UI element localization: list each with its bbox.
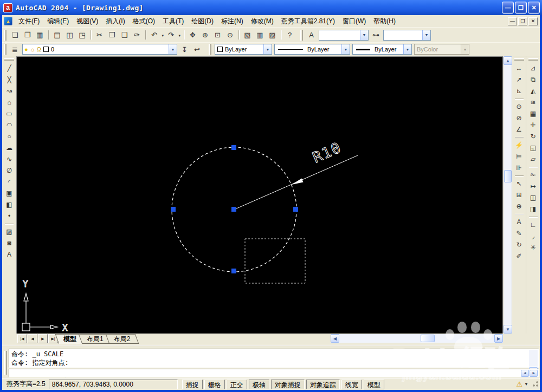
text-style-combo[interactable]: ▼ [319, 30, 369, 41]
mdi-close-button[interactable]: ✕ [528, 17, 538, 25]
menu-help[interactable]: 帮助(H) [370, 16, 399, 27]
scroll-left-icon[interactable]: ◀ [331, 334, 339, 343]
tab-layout1[interactable]: 布局1 [80, 334, 110, 344]
print-icon[interactable]: ▤ [51, 29, 63, 41]
menu-modify[interactable]: 修改(M) [247, 16, 278, 27]
new-file-icon[interactable]: ❏ [9, 29, 21, 41]
color-combo[interactable]: ByLayer ▼ [215, 44, 272, 55]
dimension-style-icon[interactable]: ✐ [513, 250, 525, 262]
canvas-vertical-scrollbar[interactable]: ▲ ▼ [503, 56, 512, 334]
continue-dimension-icon[interactable]: ⊪ [513, 162, 525, 173]
command-window-grip[interactable] [4, 351, 7, 375]
mirror-icon[interactable]: ◭ [527, 85, 539, 96]
ellipse-icon[interactable]: ∅ [3, 165, 15, 176]
array-icon[interactable]: ▦ [527, 108, 539, 119]
stretch-icon[interactable]: ▱ [527, 153, 539, 165]
toggle-lineweight[interactable]: 线宽 [341, 380, 362, 389]
polygon-icon[interactable]: ⌂ [3, 96, 15, 108]
center-mark-icon[interactable]: ⊕ [513, 200, 525, 212]
toolbar-grip[interactable] [4, 30, 7, 41]
offset-icon[interactable]: ≋ [527, 96, 539, 108]
tab-layout2[interactable]: 布局2 [107, 334, 137, 344]
text-style-icon[interactable]: A [305, 29, 318, 41]
radius-dimension-icon[interactable]: ⊙ [513, 101, 525, 112]
break-icon[interactable]: ◨ [527, 203, 539, 214]
scroll-up-icon[interactable]: ▲ [504, 56, 512, 65]
circle-icon[interactable]: ○ [3, 130, 15, 142]
erase-icon[interactable]: ⊿ [527, 62, 539, 74]
toolbar-grip[interactable] [300, 30, 303, 41]
menu-edit[interactable]: 编辑(E) [43, 16, 73, 27]
coordinates-readout[interactable]: 864.9657, 703.9463, 0.0000 [49, 380, 178, 389]
dim-style-combo[interactable]: ▼ [383, 30, 431, 41]
toolbar-grip[interactable] [209, 44, 211, 55]
menu-tools[interactable]: 工具(T) [159, 16, 188, 27]
vertical-scroll-thumb[interactable] [504, 170, 512, 182]
horizontal-scroll-thumb[interactable] [421, 335, 435, 342]
mdi-minimize-button[interactable]: — [508, 17, 517, 25]
chamfer-icon[interactable]: ∟ [527, 219, 539, 230]
grip-top-quadrant[interactable] [231, 145, 236, 150]
menu-dimension[interactable]: 标注(N) [217, 16, 247, 27]
chevron-down-icon[interactable]: ▼ [341, 44, 350, 54]
grip-bottom-quadrant[interactable] [231, 269, 236, 273]
canvas-horizontal-scrollbar[interactable]: ◀ ▶ [331, 334, 503, 343]
toggle-snap[interactable]: 捕捉 [182, 380, 203, 389]
properties-icon[interactable]: ▧ [241, 29, 254, 41]
layer-previous-icon[interactable]: ↩ [191, 43, 203, 56]
chevron-down-icon[interactable]: ▼ [403, 44, 411, 54]
paste-icon[interactable]: ❑ [118, 29, 131, 41]
layer-on-bulb-icon[interactable]: ● [24, 46, 28, 53]
toolbar-grip[interactable] [514, 58, 524, 61]
line-icon[interactable]: ╱ [3, 62, 15, 74]
move-icon[interactable]: ✛ [527, 119, 539, 130]
extend-icon[interactable]: ↦ [527, 180, 539, 192]
restore-button[interactable]: ❐ [515, 2, 527, 14]
linear-dimension-icon[interactable]: ↔ [513, 62, 525, 74]
zoom-previous-icon[interactable]: ⊙ [224, 29, 236, 41]
ordinate-dimension-icon[interactable]: ⊾ [513, 85, 525, 96]
layer-freeze-icon[interactable]: ☼ [30, 46, 35, 53]
dimension-text-edit-icon[interactable]: ✎ [513, 227, 525, 239]
break-at-point-icon[interactable]: ◫ [527, 192, 539, 203]
menu-window[interactable]: 窗口(W) [339, 16, 370, 27]
construction-line-icon[interactable]: ╳ [3, 74, 15, 85]
redo-icon[interactable]: ↷ [165, 29, 177, 41]
chevron-down-icon[interactable]: ▼ [263, 44, 272, 54]
hatch-icon[interactable]: ▨ [3, 226, 15, 237]
toolbar-grip[interactable] [528, 58, 538, 61]
toggle-ortho[interactable]: 正交 [227, 380, 247, 389]
tab-nav-next[interactable]: ▶ [38, 334, 48, 343]
rotate-icon[interactable]: ↻ [527, 130, 539, 142]
quick-leader-icon[interactable]: ↖ [513, 178, 525, 189]
grip-center[interactable] [231, 207, 236, 212]
toolbar-grip[interactable] [4, 58, 14, 61]
region-icon[interactable]: ◙ [3, 237, 15, 249]
tolerance-icon[interactable]: ⊞ [513, 189, 525, 200]
tool-palettes-icon[interactable]: ▨ [266, 29, 279, 41]
toggle-osnap[interactable]: 对象捕捉 [271, 380, 305, 389]
drawing-canvas[interactable]: R10 Y X [16, 56, 503, 334]
tab-nav-prev[interactable]: ◀ [28, 334, 37, 343]
window-resize-grip[interactable] [532, 381, 539, 388]
command-input-scrollbar[interactable]: ◀ ▶ [520, 370, 538, 377]
menu-format[interactable]: 格式(O) [129, 16, 159, 27]
scroll-right-icon[interactable]: ▶ [530, 370, 538, 377]
designcenter-icon[interactable]: ▥ [254, 29, 266, 41]
menu-insert[interactable]: 插入(I) [102, 16, 128, 27]
scroll-left-icon[interactable]: ◀ [521, 370, 529, 377]
linetype-combo[interactable]: ByLayer ▼ [274, 44, 350, 55]
spline-icon[interactable]: ∿ [3, 153, 15, 165]
scale-icon[interactable]: ◱ [527, 142, 539, 153]
scroll-down-icon[interactable]: ▼ [504, 325, 512, 334]
make-object-layer-current-icon[interactable]: ↧ [178, 43, 191, 56]
communication-center-icon[interactable]: ⚠ [516, 380, 522, 388]
chevron-down-icon[interactable]: ▼ [360, 30, 368, 40]
minimize-button[interactable]: — [502, 2, 514, 14]
copy-icon[interactable]: ⧉ [527, 74, 539, 85]
dimension-edit-icon[interactable]: A [513, 216, 525, 227]
save-icon[interactable]: ▦ [34, 29, 46, 41]
quick-dimension-icon[interactable]: ⚡ [513, 139, 525, 151]
lineweight-combo[interactable]: ByLayer ▼ [352, 44, 412, 55]
dim-style-icon[interactable]: ⊶ [370, 29, 382, 41]
